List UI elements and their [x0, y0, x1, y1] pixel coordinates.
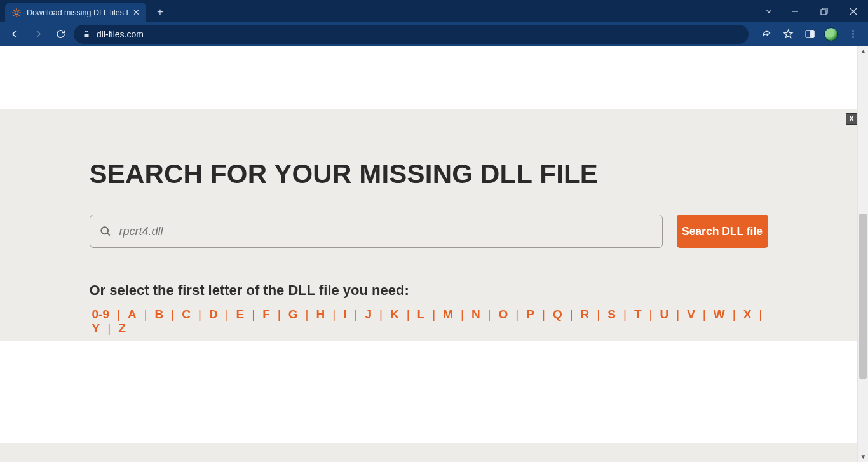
letter-separator: | [671, 308, 684, 322]
letter-separator: | [193, 308, 207, 322]
letter-link-0-9[interactable]: 0-9 [90, 308, 112, 322]
svg-point-6 [852, 36, 853, 37]
letter-link-w[interactable]: W [711, 308, 728, 322]
letter-link-m[interactable]: M [440, 308, 456, 322]
svg-point-4 [852, 30, 853, 31]
svg-point-7 [101, 227, 108, 234]
letter-separator: | [565, 308, 578, 322]
browser-tab[interactable]: Download missing DLL files for fr ✕ [5, 3, 146, 22]
letter-index: 0-9|A|B|C|D|E|F|G|H|I|J|K|L|M|N|O|P|Q|R|… [90, 308, 768, 336]
letter-separator: | [456, 308, 469, 322]
toolbar-right-icons [752, 25, 863, 44]
letter-link-u[interactable]: U [657, 308, 671, 322]
letter-link-f[interactable]: F [260, 308, 273, 322]
page-viewport: X SEARCH FOR YOUR MISSING DLL FILE Searc… [0, 46, 868, 462]
new-tab-button[interactable]: + [151, 3, 169, 21]
letter-separator: | [139, 308, 153, 322]
letter-separator: | [102, 322, 116, 336]
letter-link-g[interactable]: G [286, 308, 301, 322]
letter-separator: | [112, 308, 125, 322]
top-ad-placeholder [0, 46, 857, 109]
window-titlebar: Download missing DLL files for fr ✕ + [0, 0, 868, 22]
letter-link-q[interactable]: Q [550, 308, 565, 322]
address-bar-url: dll-files.com [97, 29, 740, 39]
letter-link-p[interactable]: P [524, 308, 537, 322]
letter-link-b[interactable]: B [153, 308, 166, 322]
search-row: Search DLL file [90, 215, 768, 248]
search-box[interactable] [90, 215, 663, 248]
nav-forward-button[interactable] [28, 25, 47, 44]
below-hero-whitespace [0, 341, 857, 443]
window-minimize-button[interactable] [780, 0, 810, 22]
nav-reload-button[interactable] [51, 25, 70, 44]
letter-separator: | [402, 308, 415, 322]
scrollbar-thumb[interactable] [859, 214, 867, 379]
share-icon[interactable] [756, 25, 776, 44]
avatar-icon [824, 27, 838, 41]
vertical-scrollbar[interactable]: ▲ ▼ [857, 46, 868, 462]
svg-rect-1 [821, 10, 826, 15]
footer-strip [0, 443, 857, 462]
profile-avatar[interactable] [821, 25, 841, 44]
letter-link-z[interactable]: Z [116, 322, 128, 336]
search-dll-button[interactable]: Search DLL file [677, 215, 768, 248]
letter-separator: | [483, 308, 496, 322]
letter-separator: | [349, 308, 362, 322]
letter-separator: | [220, 308, 234, 322]
tab-search-chevron-icon[interactable] [757, 7, 780, 16]
tab-close-icon[interactable]: ✕ [133, 8, 140, 17]
nav-back-button[interactable] [5, 25, 24, 44]
scroll-arrow-up-icon[interactable]: ▲ [858, 46, 868, 57]
letter-link-s[interactable]: S [605, 308, 618, 322]
kebab-menu-icon[interactable] [843, 25, 863, 44]
scroll-arrow-down-icon[interactable]: ▼ [858, 451, 868, 462]
letter-link-d[interactable]: D [207, 308, 220, 322]
bookmark-star-icon[interactable] [778, 25, 798, 44]
letter-link-h[interactable]: H [313, 308, 327, 322]
letter-separator: | [374, 308, 388, 322]
letter-separator: | [592, 308, 605, 322]
browser-toolbar: dll-files.com [0, 22, 868, 46]
tab-title: Download missing DLL files for fr [27, 8, 128, 17]
letter-separator: | [247, 308, 260, 322]
letter-link-k[interactable]: K [388, 308, 402, 322]
svg-point-5 [852, 33, 853, 34]
letter-link-e[interactable]: E [234, 308, 247, 322]
letter-link-j[interactable]: J [362, 308, 374, 322]
hero-section: X SEARCH FOR YOUR MISSING DLL FILE Searc… [0, 109, 857, 341]
window-maximize-button[interactable] [810, 0, 839, 22]
window-close-button[interactable] [839, 0, 868, 22]
letter-separator: | [754, 308, 767, 322]
letter-separator: | [166, 308, 179, 322]
letter-separator: | [698, 308, 711, 322]
letter-separator: | [301, 308, 314, 322]
letter-index-heading: Or select the first letter of the DLL fi… [90, 282, 768, 299]
letter-link-a[interactable]: A [125, 308, 139, 322]
window-controls [780, 0, 868, 22]
letter-link-i[interactable]: I [341, 308, 349, 322]
search-icon [99, 225, 112, 238]
svg-point-0 [15, 11, 18, 14]
letter-separator: | [327, 308, 341, 322]
page-content: X SEARCH FOR YOUR MISSING DLL FILE Searc… [0, 46, 857, 462]
letter-link-n[interactable]: N [469, 308, 483, 322]
lock-icon [83, 31, 90, 38]
letter-link-x[interactable]: X [741, 308, 754, 322]
letter-link-c[interactable]: C [179, 308, 193, 322]
letter-link-t[interactable]: T [632, 308, 644, 322]
dll-search-input[interactable] [119, 225, 653, 238]
letter-link-o[interactable]: O [496, 308, 511, 322]
side-panel-icon[interactable] [799, 25, 820, 44]
letter-separator: | [728, 308, 741, 322]
letter-separator: | [273, 308, 286, 322]
tab-strip: Download missing DLL files for fr ✕ + [5, 0, 169, 22]
letter-separator: | [537, 308, 550, 322]
letter-link-v[interactable]: V [684, 308, 698, 322]
letter-link-l[interactable]: L [415, 308, 428, 322]
ad-close-button[interactable]: X [846, 113, 857, 125]
letter-separator: | [510, 308, 524, 322]
letter-separator: | [427, 308, 440, 322]
address-bar[interactable]: dll-files.com [74, 25, 749, 44]
letter-link-r[interactable]: R [578, 308, 592, 322]
letter-link-y[interactable]: Y [90, 322, 103, 336]
